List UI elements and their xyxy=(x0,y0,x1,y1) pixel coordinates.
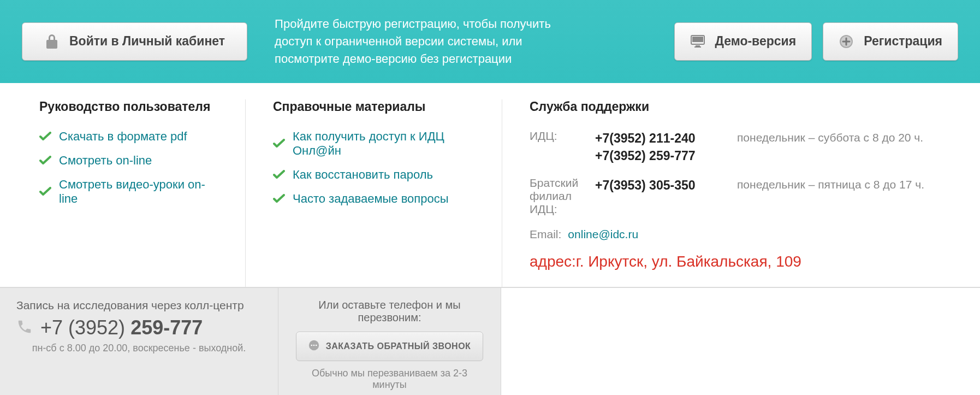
callcenter-sub: пн-сб с 8.00 до 20.00, воскресенье - вых… xyxy=(16,343,262,354)
callback-button-label: ЗАКАЗАТЬ ОБРАТНЫЙ ЗВОНОК xyxy=(326,341,471,351)
lock-icon xyxy=(44,34,60,49)
list-item: Как восстановить пароль xyxy=(273,168,480,182)
content: Руководство пользователя Скачать в форма… xyxy=(0,83,980,287)
col1-title: Руководство пользователя xyxy=(39,99,223,114)
check-icon xyxy=(39,132,51,142)
col3-title: Служба поддержки xyxy=(530,99,958,114)
support-hours: понедельник – пятница с 8 до 17 ч. xyxy=(737,176,924,192)
address: адрес:г. Иркутск, ул. Байкальская, 109 xyxy=(530,253,958,270)
list-item: Смотреть видео-уроки on-line xyxy=(39,178,223,206)
support-label: ИДЦ: xyxy=(530,129,584,143)
check-icon xyxy=(39,187,51,197)
phone: +7(3952) 259-777 xyxy=(595,147,726,164)
phone: +7(3953) 305-350 xyxy=(595,176,726,194)
callcenter-phone-row: +7 (3952) 259-777 xyxy=(16,316,262,339)
support-hours: понедельник – суббота с 8 до 20 ч. xyxy=(737,129,923,145)
svg-point-9 xyxy=(315,345,317,346)
callback-block: Или оставьте телефон и мы перезвоним: ЗА… xyxy=(278,288,501,395)
check-icon xyxy=(273,194,285,204)
monitor-icon xyxy=(690,34,705,49)
support-table: ИДЦ: +7(3952) 211-240 +7(3952) 259-777 п… xyxy=(530,129,958,270)
promo-text: Пройдите быструю регистрацию, чтобы полу… xyxy=(264,15,569,68)
check-icon xyxy=(273,170,285,180)
support-row-idc: ИДЦ: +7(3952) 211-240 +7(3952) 259-777 п… xyxy=(530,129,958,164)
chat-icon xyxy=(308,340,319,353)
link-video-lessons[interactable]: Смотреть видео-уроки on-line xyxy=(59,178,223,206)
list-item: Скачать в формате pdf xyxy=(39,129,223,144)
callcenter-block: Запись на исследования через колл-центр … xyxy=(0,288,278,395)
svg-point-7 xyxy=(311,345,312,346)
support-phones: +7(3953) 305-350 xyxy=(595,176,726,194)
top-bar: Войти в Личный кабинет Пройдите быструю … xyxy=(0,0,980,83)
bottom-bar: Запись на исследования через колл-центр … xyxy=(0,287,980,395)
email-label: Email: xyxy=(530,228,561,241)
support-label: Братский филиал ИДЦ: xyxy=(530,176,584,216)
link-download-pdf[interactable]: Скачать в формате pdf xyxy=(59,129,187,144)
check-icon xyxy=(273,139,285,149)
login-label: Войти в Личный кабинет xyxy=(69,34,225,49)
col2-title: Справочные материалы xyxy=(273,99,480,114)
callback-sub: Обычно мы перезваниваем за 2-3 минуты xyxy=(295,368,484,391)
col2-links: Как получить доступ к ИДЦ Онл@йн Как вос… xyxy=(273,129,480,206)
list-item: Как получить доступ к ИДЦ Онл@йн xyxy=(273,129,480,158)
svg-rect-2 xyxy=(696,45,700,46)
phone-prefix: +7 (3952) xyxy=(40,316,130,339)
callcenter-phone: +7 (3952) 259-777 xyxy=(40,316,203,339)
callback-button[interactable]: ЗАКАЗАТЬ ОБРАТНЫЙ ЗВОНОК xyxy=(296,332,484,361)
demo-label: Демо-версия xyxy=(715,34,797,49)
register-label: Регистрация xyxy=(864,34,942,49)
phone-icon xyxy=(16,319,33,337)
plus-circle-icon xyxy=(839,34,854,49)
phone-bold: 259-777 xyxy=(130,316,203,339)
svg-point-8 xyxy=(313,345,314,346)
svg-rect-3 xyxy=(694,46,701,48)
link-restore-password[interactable]: Как восстановить пароль xyxy=(293,168,433,182)
email-row: Email: online@idc.ru xyxy=(530,228,958,241)
support-column: Служба поддержки ИДЦ: +7(3952) 211-240 +… xyxy=(502,99,980,287)
demo-button[interactable]: Демо-версия xyxy=(674,22,812,61)
email-link[interactable]: online@idc.ru xyxy=(568,228,638,241)
register-button[interactable]: Регистрация xyxy=(823,22,958,61)
link-view-online[interactable]: Смотреть on-line xyxy=(59,154,152,168)
link-get-access[interactable]: Как получить доступ к ИДЦ Онл@йн xyxy=(293,129,480,158)
phone: +7(3952) 211-240 xyxy=(595,129,726,147)
list-item: Смотреть on-line xyxy=(39,154,223,168)
col1-links: Скачать в формате pdf Смотреть on-line С… xyxy=(39,129,223,206)
support-row-bratsk: Братский филиал ИДЦ: +7(3953) 305-350 по… xyxy=(530,176,958,216)
top-right-buttons: Демо-версия Регистрация xyxy=(674,22,958,61)
support-phones: +7(3952) 211-240 +7(3952) 259-777 xyxy=(595,129,726,164)
user-guide-column: Руководство пользователя Скачать в форма… xyxy=(0,99,246,287)
list-item: Часто задаваемые вопросы xyxy=(273,192,480,206)
callback-title: Или оставьте телефон и мы перезвоним: xyxy=(295,299,484,324)
check-icon xyxy=(39,156,51,166)
login-button[interactable]: Войти в Личный кабинет xyxy=(22,22,247,61)
callcenter-title: Запись на исследования через колл-центр xyxy=(16,299,262,312)
reference-column: Справочные материалы Как получить доступ… xyxy=(246,99,502,287)
svg-rect-1 xyxy=(692,37,703,42)
bottom-right-empty xyxy=(501,288,980,395)
link-faq[interactable]: Часто задаваемые вопросы xyxy=(293,192,449,206)
